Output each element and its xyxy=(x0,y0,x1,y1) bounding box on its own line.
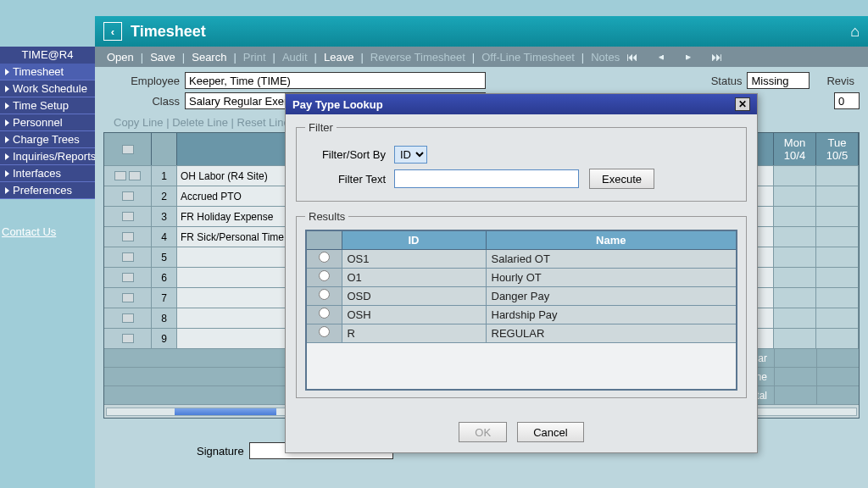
result-name: Salaried OT xyxy=(486,249,737,268)
sidebar-item-label: Inquiries/Reports xyxy=(13,148,96,165)
revision-field[interactable] xyxy=(834,92,860,109)
result-name: Danger Pay xyxy=(486,286,737,305)
row-tue-cell[interactable] xyxy=(816,207,859,226)
sidebar-item-time-setup[interactable]: Time Setup xyxy=(0,97,95,114)
row-tue-cell[interactable] xyxy=(816,268,859,287)
caret-icon xyxy=(5,136,9,143)
result-radio[interactable] xyxy=(319,289,330,300)
row-tue-cell[interactable] xyxy=(816,227,859,247)
row-select-icon[interactable] xyxy=(122,191,134,201)
print-link[interactable]: Print xyxy=(243,51,266,64)
sidebar-item-timesheet[interactable]: Timesheet xyxy=(0,64,95,80)
caret-icon xyxy=(5,86,9,92)
row-mon-cell[interactable] xyxy=(774,166,816,186)
caret-icon xyxy=(5,170,9,177)
row-select-icon[interactable] xyxy=(114,171,126,180)
filter-by-select[interactable]: ID xyxy=(394,146,427,164)
modal-title-bar: Pay Type Lookup ✕ xyxy=(286,94,757,114)
sidebar-item-inquiries[interactable]: Inquiries/Reports xyxy=(0,148,95,165)
record-nav[interactable]: ⏮ ◀ ▶ ⏭ xyxy=(626,50,732,64)
row-tue-cell[interactable] xyxy=(816,329,859,348)
caret-icon xyxy=(5,119,9,126)
grid-header-tue: Tue10/5 xyxy=(816,133,859,165)
reset-line[interactable]: Reset Line xyxy=(237,116,290,129)
row-select-icon[interactable] xyxy=(122,232,134,241)
caret-icon xyxy=(5,153,9,160)
row-select-icon[interactable] xyxy=(122,313,134,323)
result-radio[interactable] xyxy=(319,252,330,263)
result-row[interactable]: OSH Hardship Pay xyxy=(306,305,737,324)
close-icon[interactable]: ✕ xyxy=(735,97,750,111)
revision-label: Revis xyxy=(826,75,854,87)
row-mon-cell[interactable] xyxy=(774,207,816,226)
row-mon-cell[interactable] xyxy=(774,227,816,247)
caret-icon xyxy=(5,187,9,194)
pay-type-lookup-modal: Pay Type Lookup ✕ Filter Filter/Sort By … xyxy=(285,93,758,453)
sidebar-item-charge-trees[interactable]: Charge Trees xyxy=(0,131,95,148)
ok-button[interactable]: OK xyxy=(459,422,507,442)
employee-field[interactable] xyxy=(185,72,486,89)
sidebar-item-interfaces[interactable]: Interfaces xyxy=(0,165,95,182)
execute-button[interactable]: Execute xyxy=(589,169,654,189)
open-link[interactable]: Open xyxy=(107,51,134,64)
row-number: 4 xyxy=(152,227,177,247)
result-row[interactable]: OS1 Salaried OT xyxy=(306,249,737,268)
results-header-name: Name xyxy=(486,230,737,249)
row-select-icon[interactable] xyxy=(122,273,134,282)
sidebar-item-label: Work Schedule xyxy=(13,80,87,97)
row-select-icon[interactable] xyxy=(122,212,134,221)
status-label: Status xyxy=(711,75,743,87)
result-id: R xyxy=(342,324,486,342)
leave-link[interactable]: Leave xyxy=(324,51,353,64)
notes-link[interactable]: Notes xyxy=(591,51,620,64)
result-id: OSH xyxy=(342,305,486,324)
result-row[interactable]: O1 Hourly OT xyxy=(306,268,737,286)
row-number: 3 xyxy=(152,207,177,226)
back-button[interactable]: ‹ xyxy=(103,22,122,41)
result-row[interactable]: OSD Danger Pay xyxy=(306,286,737,305)
contact-us-link[interactable]: Contact Us xyxy=(0,220,95,243)
row-mon-cell[interactable] xyxy=(774,308,816,328)
row-mon-cell[interactable] xyxy=(774,329,816,348)
select-all-icon[interactable] xyxy=(122,145,134,154)
search-link[interactable]: Search xyxy=(192,51,226,64)
status-field[interactable] xyxy=(747,72,810,89)
row-select-icon[interactable] xyxy=(122,293,134,302)
sidebar-item-work-schedule[interactable]: Work Schedule xyxy=(0,80,95,97)
home-icon[interactable]: ⌂ xyxy=(850,23,860,41)
row-tue-cell[interactable] xyxy=(816,288,859,308)
row-tue-cell[interactable] xyxy=(816,247,859,267)
sidebar-item-label: Time Setup xyxy=(13,97,69,114)
modal-title: Pay Type Lookup xyxy=(292,98,383,111)
offline-link[interactable]: Off-Line Timesheet xyxy=(481,51,575,64)
cancel-button[interactable]: Cancel xyxy=(517,422,583,442)
row-select-icon[interactable] xyxy=(122,252,134,262)
row-tue-cell[interactable] xyxy=(816,308,859,328)
result-radio[interactable] xyxy=(319,308,330,319)
filter-by-label: Filter/Sort By xyxy=(305,148,386,161)
result-row[interactable]: R REGULAR xyxy=(306,324,737,342)
filter-text-input[interactable] xyxy=(394,169,579,188)
signature-label: Signature xyxy=(197,445,244,458)
audit-link[interactable]: Audit xyxy=(282,51,308,64)
delete-line[interactable]: Delete Line xyxy=(172,116,228,129)
sidebar-item-preferences[interactable]: Preferences xyxy=(0,182,95,199)
title-bar: ‹ Timesheet ⌂ xyxy=(95,16,868,47)
row-mon-cell[interactable] xyxy=(774,288,816,308)
result-radio[interactable] xyxy=(319,270,330,281)
row-mon-cell[interactable] xyxy=(774,186,816,206)
result-radio[interactable] xyxy=(319,326,330,337)
row-number: 8 xyxy=(152,308,177,328)
row-select-icon[interactable] xyxy=(122,334,134,343)
row-number: 2 xyxy=(152,186,177,206)
row-number: 1 xyxy=(152,166,177,186)
row-mon-cell[interactable] xyxy=(774,268,816,287)
sidebar-item-personnel[interactable]: Personnel xyxy=(0,114,95,131)
row-tue-cell[interactable] xyxy=(816,186,859,206)
copy-line[interactable]: Copy Line xyxy=(114,116,164,129)
row-number: 5 xyxy=(152,247,177,267)
reverse-link[interactable]: Reverse Timesheet xyxy=(370,51,465,64)
save-link[interactable]: Save xyxy=(150,51,175,64)
row-tue-cell[interactable] xyxy=(816,166,859,186)
row-mon-cell[interactable] xyxy=(774,247,816,267)
